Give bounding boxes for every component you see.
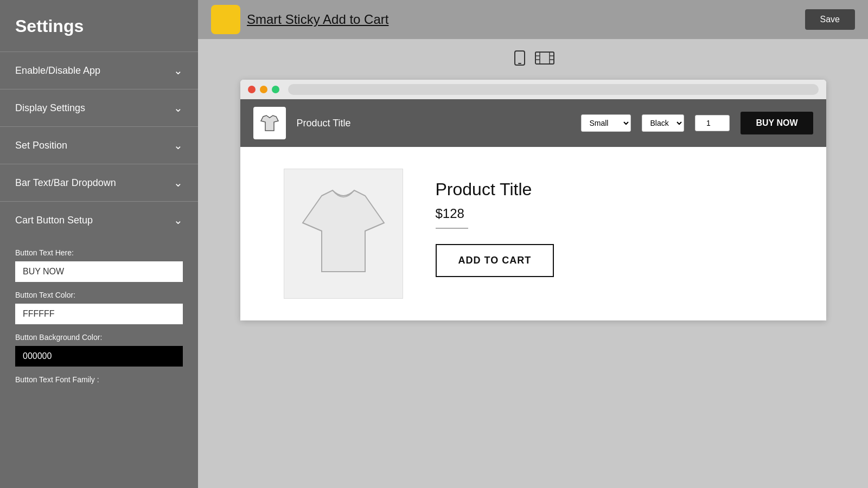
- mobile-icon[interactable]: [512, 50, 528, 70]
- chevron-down-icon: ⌄: [174, 139, 183, 152]
- brand-icon: 🛒: [211, 5, 240, 34]
- price-divider: [436, 228, 468, 229]
- sticky-quantity-input[interactable]: [695, 115, 730, 131]
- browser-dot-yellow: [260, 86, 267, 93]
- accordion-header-display-settings[interactable]: Display Settings ⌄: [0, 89, 198, 126]
- button-text-label: Button Text Here:: [15, 248, 183, 257]
- browser-bar: [240, 80, 826, 99]
- accordion-display-settings: Display Settings ⌄: [0, 89, 198, 126]
- accordion-header-bar-text[interactable]: Bar Text/Bar Dropdown ⌄: [0, 164, 198, 201]
- device-toggle: [512, 50, 555, 70]
- sidebar: Settings Enable/Disable App ⌄ Display Se…: [0, 0, 198, 488]
- accordion-enable-disable: Enable/Disable App ⌄: [0, 52, 198, 89]
- chevron-down-icon: ⌄: [174, 101, 183, 114]
- svg-rect-4: [535, 52, 554, 64]
- desktop-icon[interactable]: [534, 50, 555, 70]
- product-info: Product Title $128 ADD TO CART: [436, 169, 554, 299]
- accordion-header-enable-disable[interactable]: Enable/Disable App ⌄: [0, 52, 198, 89]
- sticky-color-select[interactable]: Black White Red: [642, 114, 684, 132]
- brand: 🛒 Smart Sticky Add to Cart: [211, 5, 388, 34]
- button-text-color-label: Button Text Color:: [15, 291, 183, 299]
- sticky-size-select[interactable]: Small Medium Large: [581, 114, 631, 132]
- accordion-label-bar-text: Bar Text/Bar Dropdown: [15, 177, 116, 189]
- add-to-cart-button[interactable]: ADD TO CART: [436, 244, 554, 277]
- accordion-label-cart-button: Cart Button Setup: [15, 215, 93, 226]
- button-text-input[interactable]: [15, 261, 183, 282]
- button-bg-color-input[interactable]: [15, 346, 183, 367]
- accordion-header-cart-button[interactable]: Cart Button Setup ⌄: [0, 202, 198, 239]
- product-name: Product Title: [436, 179, 532, 200]
- main-area: 🛒 Smart Sticky Add to Cart Save: [198, 0, 868, 488]
- product-image: [284, 169, 403, 299]
- sidebar-title: Settings: [0, 0, 198, 52]
- url-bar: [288, 84, 819, 95]
- topbar: 🛒 Smart Sticky Add to Cart Save: [198, 0, 868, 39]
- save-button[interactable]: Save: [805, 9, 855, 30]
- cart-button-content: Button Text Here: Button Text Color: But…: [0, 239, 198, 401]
- sticky-product-thumb: [253, 107, 286, 139]
- accordion-header-set-position[interactable]: Set Position ⌄: [0, 127, 198, 164]
- browser-mock: Product Title Small Medium Large Black W…: [240, 80, 826, 320]
- accordion-label-enable-disable: Enable/Disable App: [15, 65, 100, 76]
- svg-rect-0: [216, 10, 235, 29]
- buy-now-button[interactable]: BUY NOW: [741, 112, 813, 134]
- product-price: $128: [436, 206, 464, 221]
- browser-dot-green: [272, 86, 279, 93]
- chevron-down-icon: ⌄: [174, 176, 183, 189]
- sticky-bar: Product Title Small Medium Large Black W…: [240, 99, 826, 147]
- accordion-cart-button: Cart Button Setup ⌄ Button Text Here: Bu…: [0, 201, 198, 401]
- button-text-color-input[interactable]: [15, 304, 183, 324]
- accordion-label-set-position: Set Position: [15, 140, 67, 151]
- chevron-down-icon: ⌄: [174, 214, 183, 227]
- button-font-label: Button Text Font Family :: [15, 375, 183, 384]
- accordion-set-position: Set Position ⌄: [0, 126, 198, 164]
- preview-area: Product Title Small Medium Large Black W…: [198, 39, 868, 488]
- chevron-down-icon: ⌄: [174, 64, 183, 77]
- button-bg-color-label: Button Background Color:: [15, 333, 183, 342]
- browser-dot-red: [248, 86, 256, 93]
- sticky-product-title: Product Title: [297, 118, 571, 129]
- brand-title[interactable]: Smart Sticky Add to Cart: [247, 12, 388, 27]
- product-detail: Product Title $128 ADD TO CART: [240, 147, 826, 320]
- accordion-label-display-settings: Display Settings: [15, 102, 85, 114]
- svg-rect-3: [518, 63, 521, 64]
- accordion-bar-text: Bar Text/Bar Dropdown ⌄: [0, 164, 198, 201]
